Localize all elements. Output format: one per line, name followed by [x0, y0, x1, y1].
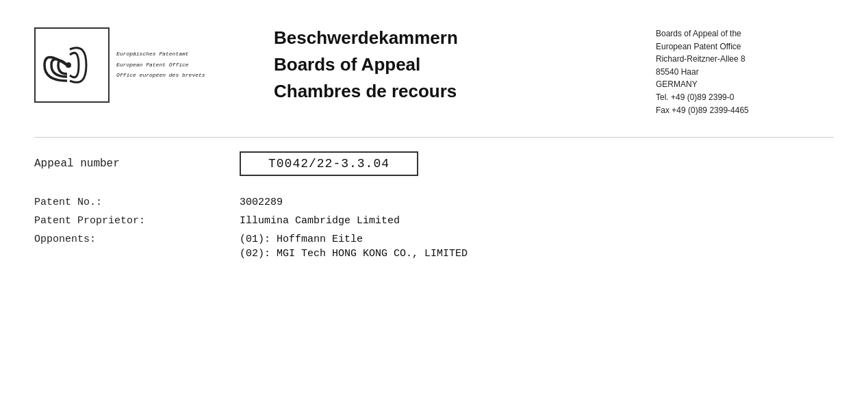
address-line1: Boards of Appeal of the [656, 27, 834, 40]
epo-logo [34, 27, 110, 103]
appeal-number-label: Appeal number [34, 158, 240, 170]
address-line4: 85540 Haar [656, 66, 834, 79]
address-line2: European Patent Office [656, 40, 834, 53]
appeal-number-row: Appeal number T0042/22-3.3.04 [34, 151, 834, 176]
patent-number-value: 3002289 [240, 197, 283, 208]
opponents-row: Opponents: (01): Hoffmann Eitle (02): MG… [34, 234, 834, 260]
header-section: Europäisches Patentamt European Patent O… [34, 27, 834, 116]
title-english: Boards of Appeal [274, 54, 656, 75]
appeal-number-value: T0042/22-3.3.04 [240, 151, 418, 176]
opponents-block: (01): Hoffmann Eitle (02): MGI Tech HONG… [240, 234, 468, 260]
address-line5: GERMANY [656, 78, 834, 91]
address-line6: Tel. +49 (0)89 2399-0 [656, 91, 834, 104]
opponents-label: Opponents: [34, 234, 240, 245]
epo-english-name: European Patent Office [116, 62, 205, 69]
header-divider [34, 137, 834, 138]
proprietor-row: Patent Proprietor: Illumina Cambridge Li… [34, 215, 834, 227]
epo-german-name: Europäisches Patentamt [116, 51, 205, 58]
document-page: Europäisches Patentamt European Patent O… [0, 0, 868, 413]
patent-number-label: Patent No.: [34, 197, 240, 208]
address-line7: Fax +49 (0)89 2399-4465 [656, 104, 834, 117]
logo-text: Europäisches Patentamt European Patent O… [116, 51, 205, 79]
opponent1-value: (01): Hoffmann Eitle [240, 234, 468, 245]
proprietor-value: Illumina Cambridge Limited [240, 215, 400, 227]
details-section: Patent No.: 3002289 Patent Proprietor: I… [34, 197, 834, 260]
svg-point-0 [66, 62, 71, 68]
opponent2-value: (02): MGI Tech HONG KONG CO., LIMITED [240, 248, 468, 260]
address-line3: Richard-Reitzner-Allee 8 [656, 53, 834, 66]
proprietor-label: Patent Proprietor: [34, 215, 240, 227]
titles-block: Beschwerdekammern Boards of Appeal Chamb… [253, 27, 656, 108]
title-french: Chambres de recours [274, 81, 656, 102]
patent-number-row: Patent No.: 3002289 [34, 197, 834, 208]
title-german: Beschwerdekammern [274, 27, 656, 49]
address-block: Boards of Appeal of the European Patent … [656, 27, 834, 116]
epo-french-name: Office européen des brevets [116, 72, 205, 79]
logo-block: Europäisches Patentamt European Patent O… [34, 27, 253, 103]
